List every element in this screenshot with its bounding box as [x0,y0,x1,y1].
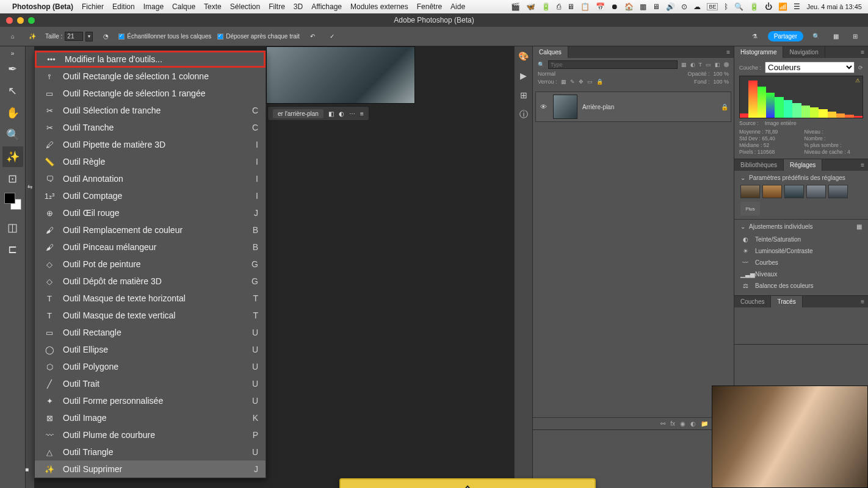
libraries-tab[interactable]: Bibliothèques [734,159,784,171]
pen-tool[interactable]: ✒ [2,59,23,79]
share-button[interactable]: Partager [768,31,803,41]
panel-menu-icon[interactable]: ≡ [723,46,734,58]
crop-tool[interactable]: ⊡ [2,168,23,189]
presets-header[interactable]: ⌄Paramètres prédéfinis des réglages [740,174,862,181]
channel-select[interactable]: Couleurs [765,62,855,73]
blend-mode-select[interactable]: Normal [538,71,684,77]
adjustment-item[interactable]: ▁▃▅Niveaux [740,268,862,280]
group-icon[interactable]: 📁 [701,420,708,427]
couches-tab[interactable]: Couches [734,296,771,307]
control-center-icon[interactable]: ☰ [794,2,800,11]
tool-menu-item[interactable]: •••Modifier la barre d'outils... [35,51,266,68]
fg-color-swatch[interactable] [4,193,15,204]
lock-icon[interactable]: ▭ [587,79,593,85]
hand-tool[interactable]: ✋ [2,102,23,123]
screenmode-tool[interactable]: ⊏ [2,239,23,260]
tool-menu-item[interactable]: ╱Outil TraitU [35,375,266,392]
remove-tool[interactable]: ✨ [2,146,23,167]
layer-filter-input[interactable] [548,60,678,69]
menu-image[interactable]: Image [143,2,164,11]
layer-name[interactable]: Arrière-plan [582,104,721,110]
tool-menu-item[interactable]: 🖌Outil Pinceau mélangeurB [35,239,266,256]
menu-texte[interactable]: Texte [204,2,222,11]
status-icon[interactable]: 📋 [580,2,590,11]
filter-pixel-icon[interactable]: ▦ [681,62,687,68]
tool-menu-item[interactable]: 🗨Outil AnnotationI [35,170,266,187]
strip-icon[interactable]: 🎨 [518,50,530,62]
status-icon[interactable]: 🖥 [567,2,574,11]
commit-icon[interactable]: ✓ [325,30,339,43]
quickmask-tool[interactable]: ◫ [2,217,23,238]
menu-3d[interactable]: 3D [294,2,303,11]
close-window-button[interactable] [6,17,13,24]
tool-menu-item[interactable]: ⊕Outil Œil rougeJ [35,204,266,221]
deposit-checkbox[interactable] [217,34,223,40]
status-icon[interactable]: ⊙ [681,2,687,11]
menu-edition[interactable]: Edition [112,2,135,11]
lock-icon[interactable]: ✥ [579,79,584,85]
tool-menu-item[interactable]: TOutil Masque de texte horizontalT [35,290,266,307]
sample-all-checkbox[interactable] [118,34,125,40]
refresh-icon[interactable]: ⟳ [858,65,863,71]
strip-icon[interactable]: ▶ [518,70,530,82]
menu-affichage[interactable]: Affichage [311,2,342,11]
status-icon[interactable]: ▦ [640,2,646,11]
status-icon[interactable]: 🎬 [511,2,520,11]
adjustment-item[interactable]: ☀Luminosité/Contraste [740,245,862,257]
histogram-tab[interactable]: Histogramme [734,46,783,58]
strip-icon[interactable]: ⓘ [518,109,530,121]
layers-tab[interactable]: Calques [533,46,568,58]
layer-thumbnail[interactable] [553,95,577,119]
status-icon[interactable]: 🦋 [526,2,535,11]
tool-menu-item[interactable]: ✦Outil Forme personnaliséeU [35,392,266,409]
ctx-icon[interactable]: ◧ [328,110,334,117]
clock[interactable]: Jeu. 4 mai à 13:45 [806,3,862,10]
opacity-value[interactable]: 100 % [713,71,729,77]
tool-menu-item[interactable]: 〰Outil Plume de courbureP [35,426,266,443]
menu-filtre[interactable]: Filtre [269,2,285,11]
tool-menu-item[interactable]: ■✨Outil SupprimerJ [35,461,266,478]
tool-menu-item[interactable]: ◯Outil EllipseU [35,341,266,358]
minimize-window-button[interactable] [17,17,24,24]
adj-preset[interactable] [828,185,848,198]
menu-modules[interactable]: Modules externes [350,2,408,11]
spotlight-icon[interactable]: 🔍 [734,2,743,11]
fill-value[interactable]: 100 % [713,79,729,85]
adj-preset[interactable] [740,185,760,198]
tool-menu-item[interactable]: ⫯Outil Rectangle de sélection 1 colonne [35,68,266,85]
home-button[interactable]: ⌂ [6,30,20,43]
status-icon[interactable]: 🔊 [666,2,675,11]
tool-menu-item[interactable]: ▭Outil RectangleU [35,324,266,341]
status-icon[interactable]: 📅 [596,2,605,11]
tool-menu-item[interactable]: ⊠Outil ImageK [35,409,266,426]
reglages-tab[interactable]: Réglages [784,159,822,171]
grid-view-icon[interactable]: ▦ [856,223,862,230]
toggle-icon[interactable]: ⏻ [765,2,772,11]
layer-item[interactable]: 👁 Arrière-plan 🔒 [535,92,731,122]
wifi-icon[interactable]: 📶 [778,2,787,11]
lock-icon[interactable]: ▦ [561,79,566,85]
status-icon[interactable]: 🏠 [624,2,634,11]
status-icon[interactable]: ⏺ [611,2,618,11]
tool-menu-item[interactable]: ◇Outil Pot de peintureG [35,256,266,273]
brush-size-input[interactable] [65,32,83,41]
adj-preset[interactable] [806,185,826,198]
zoom-tool[interactable]: 🔍 [2,124,23,145]
adj-preset[interactable] [784,185,804,198]
lock-icon[interactable]: 🔒 [596,79,603,85]
status-icon[interactable]: ⎙ [557,2,561,11]
panel-menu-icon[interactable]: ≡ [857,159,868,171]
brush-preset-icon[interactable]: ◔ [99,30,112,43]
battery-icon[interactable]: 🔋 [750,2,759,11]
status-icon[interactable]: 🖥 [653,2,660,11]
keyboard-flag[interactable]: BE [707,3,718,10]
tool-icon[interactable]: ✨ [26,30,39,43]
bluetooth-icon[interactable]: ᛒ [724,2,728,11]
fx-icon[interactable]: fx [670,420,675,427]
move-tool[interactable]: ↖ [2,81,23,101]
ctx-more-icon[interactable]: ⋯ [349,110,355,117]
adj-preset[interactable] [762,185,782,198]
menu-calque[interactable]: Calque [172,2,195,11]
tool-menu-item[interactable]: ◇Outil Dépôt de matière 3DG [35,273,266,290]
individual-header[interactable]: ⌄Ajustements individuels ▦ [740,223,862,230]
